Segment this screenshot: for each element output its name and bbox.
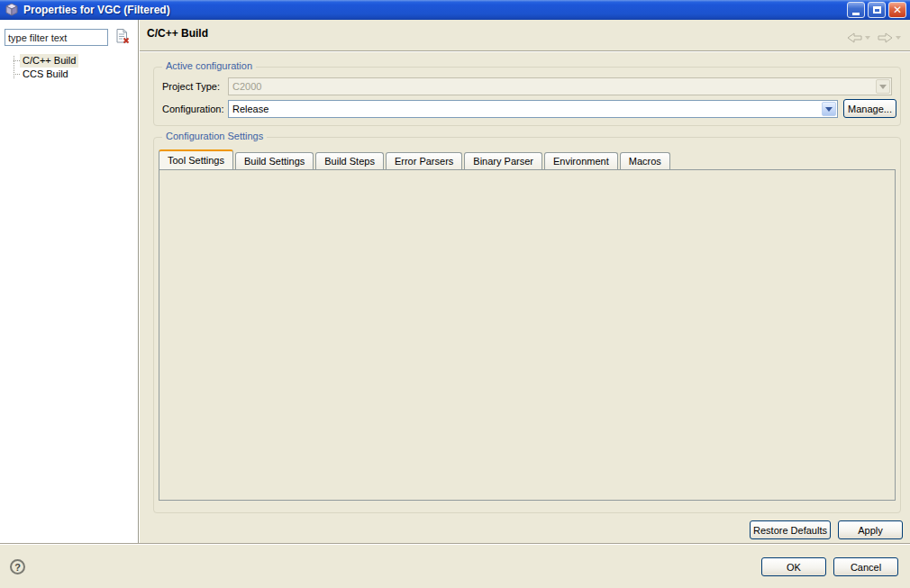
configuration-value: Release	[232, 101, 819, 117]
sidebar-item-cpp-build[interactable]: C/C++ Build	[20, 54, 78, 68]
restore-defaults-button[interactable]: Restore Defaults	[750, 520, 831, 539]
tree-guide-line	[14, 60, 20, 61]
page-title: C/C++ Build	[147, 27, 208, 40]
tab-error-parsers[interactable]: Error Parsers	[386, 152, 462, 169]
tree-guide-line	[14, 56, 14, 78]
ok-button[interactable]: OK	[761, 557, 826, 576]
minimize-icon	[852, 13, 860, 15]
tab-bar: Tool Settings Build Settings Build Steps…	[159, 149, 672, 169]
clear-filter-icon[interactable]	[114, 28, 131, 45]
titlebar: Properties for VGC (Filtered) ✕	[0, 0, 910, 20]
window-title: Properties for VGC (Filtered)	[23, 4, 170, 16]
close-button[interactable]: ✕	[888, 2, 906, 18]
tab-binary-parser[interactable]: Binary Parser	[464, 152, 542, 169]
filter-input[interactable]	[5, 29, 108, 46]
help-icon[interactable]: ?	[10, 559, 25, 574]
sidebar-item-ccs-build[interactable]: CCS Build	[20, 68, 71, 81]
tree-guide-line	[14, 74, 20, 75]
active-configuration-group-label: Active configuration	[162, 60, 256, 71]
configuration-label: Configuration:	[162, 100, 224, 118]
footer-separator	[0, 543, 910, 545]
tab-build-settings[interactable]: Build Settings	[235, 152, 314, 169]
chevron-down-icon	[876, 79, 890, 94]
configuration-combo[interactable]: Release	[228, 100, 838, 118]
chevron-down-icon[interactable]	[822, 102, 836, 116]
tab-environment[interactable]: Environment	[544, 152, 618, 169]
apply-button[interactable]: Apply	[838, 520, 903, 539]
left-nav-panel: C/C++ Build CCS Build	[0, 20, 138, 543]
back-arrow-icon[interactable]	[845, 30, 872, 45]
maximize-icon	[873, 6, 881, 14]
tab-tool-settings[interactable]: Tool Settings	[159, 149, 233, 169]
minimize-button[interactable]	[847, 2, 865, 18]
window-cube-icon	[5, 3, 19, 17]
forward-arrow-icon[interactable]	[876, 30, 903, 45]
tab-content-panel	[159, 169, 896, 501]
project-type-value: C2000	[232, 78, 873, 95]
project-type-label: Project Type:	[162, 77, 220, 95]
tab-build-steps[interactable]: Build Steps	[315, 152, 384, 169]
properties-dialog: Properties for VGC (Filtered) ✕ C/C++ Bu…	[0, 0, 910, 588]
manage-button[interactable]: Manage...	[843, 99, 896, 118]
close-icon: ✕	[893, 5, 902, 15]
maximize-button[interactable]	[868, 2, 886, 18]
header-separator	[140, 50, 910, 52]
tab-macros[interactable]: Macros	[620, 152, 670, 169]
cancel-button[interactable]: Cancel	[833, 557, 898, 576]
project-type-combo: C2000	[228, 77, 892, 95]
vertical-separator	[138, 20, 140, 543]
configuration-settings-group-label: Configuration Settings	[162, 131, 267, 141]
